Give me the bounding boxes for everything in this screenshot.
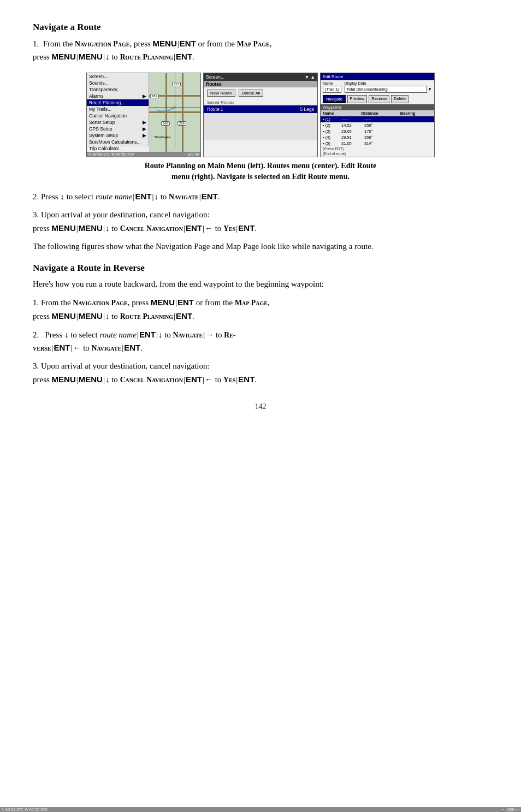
down-s2-2: ↓ (64, 330, 69, 339)
menu-route-planning: Route Planning... (87, 99, 149, 106)
right-s2-2: → (205, 330, 214, 339)
section2-intro: Here's how you run a route backward, fro… (33, 278, 488, 291)
menu-s3d: MENU (79, 375, 103, 384)
navigate-btn[interactable]: Navigate (323, 95, 346, 103)
delete-all-btn[interactable]: Delete All (239, 90, 264, 97)
left-s3: ← (205, 223, 213, 233)
menu-trip-calc: Trip Calculator... (87, 145, 149, 152)
left-coords: N 36°08.971' W 95°50.579' (88, 152, 134, 156)
route-planning-ref: Route Planning (120, 53, 173, 61)
map-page-ref: Map Page (237, 40, 270, 48)
delete-btn[interactable]: Delete (391, 95, 408, 103)
section1-title: Navigate a Route (33, 22, 488, 33)
wp-4-bearing: 356° (364, 135, 381, 140)
menu-key: MENU (153, 39, 177, 48)
display-field: Total Distance/Bearing (345, 86, 428, 93)
left-zoom: ↔ 100 mi (182, 152, 199, 156)
center-toolbar: New Route Delete All (204, 87, 317, 99)
wp-row-3: • (3) 29.05 176° (321, 128, 434, 134)
menu-s2d: MENU (52, 311, 76, 321)
wp-4-num: • (4) (323, 135, 339, 140)
wp-cols: Name Distance Bearing (321, 110, 434, 116)
ent-s2: ENT (135, 192, 151, 201)
down-s3: ↓ (105, 223, 110, 233)
menu-sun-moon: Sun/Moon Calculations... (87, 139, 149, 145)
wp-col-bearing: Bearing (400, 111, 416, 116)
step3-para: 3. Upon arrival at your destination, can… (33, 209, 488, 235)
menu-list: Screen... Sounds... Transparency... Alar… (87, 73, 149, 147)
name-field: (Trail 1) (323, 86, 341, 93)
badge-169: 169 (150, 94, 159, 98)
menu-s3c: MENU (52, 375, 76, 384)
down-arrow2: ↓ (60, 192, 64, 201)
map-area: 169 412 266 266 Muskogee + (149, 73, 200, 157)
down-s2: ↓ (154, 192, 158, 201)
following-para: The following figures show what the Navi… (33, 240, 488, 253)
left-s3b: ← (205, 375, 213, 384)
figure-caption: Route Planning on Main Menu (left). Rout… (33, 161, 488, 183)
wp-row-5: • (5) 31.05 314° (321, 140, 434, 146)
wp-5-dist: 31.05 (341, 141, 362, 146)
saved-routes-label: Saved Routes (204, 99, 317, 105)
route-name-italic2: route name (100, 330, 137, 339)
cancel-nav-ref: Cancel Navigation (120, 224, 183, 233)
menu-key3: MENU (79, 52, 103, 61)
wp-col-name: Name (323, 111, 334, 116)
yes-ref: Yes (223, 224, 235, 233)
section1-para1: 1. From the Navigation Page, press MENU|… (33, 37, 488, 64)
cancel-nav-ref2: Cancel Navigation (120, 376, 183, 384)
yes-ref2: Yes (223, 376, 235, 384)
ent-s3d: ENT (238, 375, 254, 384)
preview-btn[interactable]: Preview (347, 95, 368, 103)
wp-3-bearing: 176° (364, 129, 381, 134)
new-route-btn[interactable]: New Route (207, 90, 235, 97)
nav-buttons-row: Navigate Preview Reverse Delete (321, 94, 434, 104)
page-number: 142 (33, 402, 488, 411)
section2-title: Navigate a Route in Reverse (33, 263, 488, 274)
left-gps-panel: Screen... Sounds... Transparency... Alar… (86, 73, 201, 157)
ent-s3c: ENT (186, 375, 202, 384)
center-gps-panel: Screen... ▼ ▲ Routes New Route Delete Al… (203, 73, 318, 157)
map-page-ref2: Map Page (235, 299, 268, 307)
menu-s2a: MENU (151, 298, 175, 307)
ent-s2-2d: ENT (124, 343, 140, 352)
down-arrow1: ↓ (105, 52, 110, 61)
wp-5-bearing: 314° (364, 141, 381, 146)
wp-note-press-ent: (Press ENT) (321, 146, 434, 151)
wp-row-1: • (1) ----- ----- (321, 116, 434, 122)
navigate-ref3: Navigate (92, 344, 122, 352)
menu-s3a: MENU (52, 223, 76, 233)
routes-empty-area (204, 113, 317, 140)
ent-s2-2a: ENT (139, 330, 156, 339)
display-label: Display Data (345, 81, 432, 85)
wp-5-num: • (5) (323, 141, 339, 146)
wp-row-2: • (2) 14.52 356° (321, 122, 434, 128)
wp-1-bearing: ----- (364, 117, 381, 122)
wp-header: Waypoints (321, 104, 434, 110)
menu-transparency: Transparency... (87, 86, 149, 93)
route-legs: 5 Legs (300, 106, 314, 112)
route-name: Route 1 (207, 106, 223, 112)
menu-s3b: MENU (79, 223, 103, 233)
menu-s2e: MENU (79, 311, 103, 321)
right-header: Edit Route (321, 73, 434, 80)
route-row: Route 1 5 Legs (204, 105, 317, 113)
menu-gps-setup: GPS Setup (87, 126, 149, 132)
menu-sonar-setup: Sonar Setup (87, 119, 149, 126)
figure-area: Screen... Sounds... Transparency... Alar… (33, 73, 488, 157)
center-title: Screen... (206, 74, 224, 80)
wp-2-bearing: 356° (364, 123, 381, 128)
section2-step1: 1. From the Navigation Page, press MENU|… (33, 296, 488, 323)
ent-s3: ENT (186, 223, 202, 233)
reverse-btn[interactable]: Reverse (369, 95, 389, 103)
wp-4-dist: 29.91 (341, 135, 362, 140)
navigate-ref2: Navigate (173, 331, 203, 339)
muskogee-label: Muskogee (155, 135, 170, 139)
section2-step2: 2. Press ↓ to select route name|ENT|↓ to… (33, 328, 488, 355)
route-planning-ref2: Route Planning (120, 312, 173, 321)
menu-my-trails: My Trails... (87, 106, 149, 112)
ent-key2: ENT (176, 52, 192, 61)
down-s3b: ↓ (105, 375, 110, 384)
ent-key: ENT (180, 39, 196, 48)
ent-s2b: ENT (202, 192, 218, 201)
